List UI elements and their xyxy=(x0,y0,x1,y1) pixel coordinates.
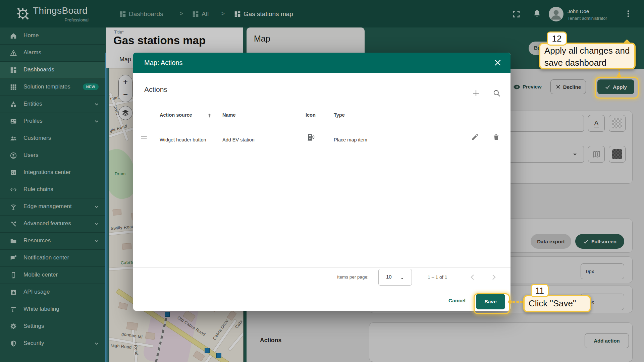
save-highlight-ring xyxy=(474,293,510,314)
annotation-12-dot xyxy=(617,74,621,78)
map-actions-dialog: Map: Actions Actions Action source Name … xyxy=(133,53,511,311)
cell-type: Place map item xyxy=(334,137,367,142)
prev-page-icon[interactable] xyxy=(469,273,477,281)
divider xyxy=(133,148,511,148)
dialog-title: Map: Actions xyxy=(144,53,183,73)
dialog-header: Map: Actions xyxy=(133,53,511,73)
annotation-11-text: Click "Save" xyxy=(523,295,591,312)
col-action-source[interactable]: Action source xyxy=(160,112,192,118)
divider xyxy=(133,267,511,268)
col-name[interactable]: Name xyxy=(222,112,236,118)
apply-highlight-ring xyxy=(595,77,639,99)
divider xyxy=(133,126,511,126)
chevron-down-icon xyxy=(399,276,405,281)
sort-asc-icon[interactable] xyxy=(207,113,212,118)
col-icon: Icon xyxy=(306,112,316,118)
items-per-page-label: Items per page: xyxy=(337,275,369,280)
page-size-value: 10 xyxy=(386,274,392,280)
actions-table-title: Actions xyxy=(144,85,167,94)
pagination-range: 1 – 1 of 1 xyxy=(428,275,447,280)
edit-icon[interactable] xyxy=(471,133,479,141)
page-size-select[interactable]: 10 xyxy=(378,269,412,286)
annotation-12-text: Apply all changes and save dashboard xyxy=(539,43,636,69)
search-icon[interactable] xyxy=(492,89,501,98)
annotation-11-number: 11 xyxy=(531,284,549,297)
drag-handle-icon[interactable] xyxy=(141,135,147,139)
cell-name: Add EV station xyxy=(222,137,255,142)
cell-action-source: Widget header button xyxy=(160,137,206,142)
next-page-icon[interactable] xyxy=(490,273,498,281)
add-icon[interactable] xyxy=(472,89,480,98)
delete-icon[interactable] xyxy=(492,133,500,141)
cancel-button[interactable]: Cancel xyxy=(448,298,466,304)
close-icon[interactable] xyxy=(493,58,502,67)
annotation-11-dot xyxy=(508,300,512,304)
annotation-11-connector xyxy=(513,301,523,303)
col-type[interactable]: Type xyxy=(334,112,345,118)
annotation-12-number: 12 xyxy=(547,32,567,46)
ev-station-icon xyxy=(307,133,315,141)
